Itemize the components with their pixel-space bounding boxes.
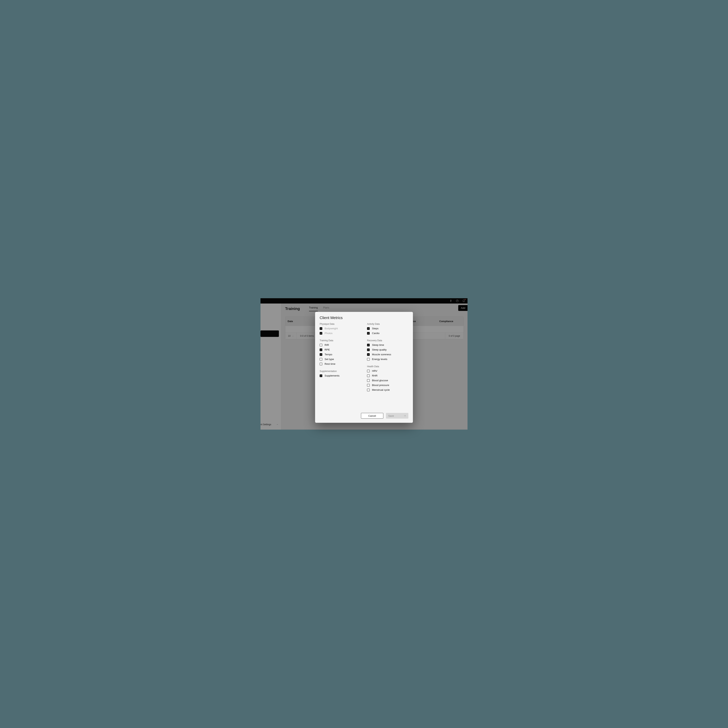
option-label: Menstrual cycle <box>372 388 390 391</box>
option-label: Rest time <box>324 362 335 366</box>
option-label: Photos <box>324 332 332 335</box>
option-sleep-time[interactable]: Sleep time <box>367 344 408 346</box>
checkbox[interactable] <box>320 375 322 377</box>
checkbox <box>320 332 322 335</box>
option-label: Tempo <box>324 353 332 356</box>
group-training-data: Training DataRIRRPETempoSet typeRest tim… <box>320 339 361 366</box>
option-steps[interactable]: Steps <box>367 327 408 330</box>
checkbox[interactable] <box>367 379 370 382</box>
group-heading: Recovery Data <box>367 339 408 342</box>
group-heading: Training Data <box>320 339 361 342</box>
checkbox[interactable] <box>320 358 322 361</box>
checkbox[interactable] <box>320 344 322 346</box>
option-label: Sleep time <box>372 344 384 346</box>
modal-col-left: Physique DataBodyweightPhotosTraining Da… <box>320 323 361 396</box>
option-hrv[interactable]: HRV <box>367 370 408 372</box>
option-label: Muscle soreness <box>372 353 391 356</box>
option-label: RPE <box>324 349 330 351</box>
option-supplements[interactable]: Supplements <box>320 375 361 377</box>
option-label: Blood glucose <box>372 379 388 382</box>
option-rir[interactable]: RIR <box>320 344 361 346</box>
option-label: HRV <box>372 370 377 372</box>
checkbox[interactable] <box>367 375 370 377</box>
option-sleep-quality[interactable]: Sleep quality <box>367 349 408 351</box>
checkbox[interactable] <box>367 388 370 391</box>
option-bodyweight: Bodyweight <box>320 327 361 330</box>
group-heading: Health Data <box>367 365 408 368</box>
group-heading: Supplementation <box>320 370 361 373</box>
modal-columns: Physique DataBodyweightPhotosTraining Da… <box>320 323 408 396</box>
group-activity-data: Activity DataStepsCardio <box>367 323 408 335</box>
option-menstrual-cycle[interactable]: Menstrual cycle <box>367 388 408 391</box>
option-blood-glucose[interactable]: Blood glucose <box>367 379 408 382</box>
option-rest-time[interactable]: Rest time <box>320 362 361 366</box>
group-health-data: Health DataHRVRHRBlood glucoseBlood pres… <box>367 365 408 391</box>
app-window: ge Durkin ts nt Settings Training Traini… <box>260 298 468 430</box>
group-supplementation: SupplementationSupplements <box>320 370 361 377</box>
option-blood-pressure[interactable]: Blood pressure <box>367 384 408 387</box>
checkbox[interactable] <box>320 362 322 366</box>
option-label: Blood pressure <box>372 384 389 387</box>
cancel-button[interactable]: Cancel <box>361 413 383 419</box>
checkbox[interactable] <box>367 332 370 335</box>
checkbox[interactable] <box>320 353 322 356</box>
checkbox[interactable] <box>367 370 370 372</box>
checkbox[interactable] <box>320 349 322 351</box>
checkbox[interactable] <box>367 358 370 361</box>
option-label: Steps <box>372 327 379 330</box>
checkbox[interactable] <box>367 353 370 356</box>
option-cardio[interactable]: Cardio <box>367 332 408 335</box>
option-label: Energy levels <box>372 358 387 361</box>
checkbox <box>320 327 322 330</box>
save-button[interactable]: Save <box>386 413 408 419</box>
arrow-right-icon <box>404 414 406 417</box>
option-label: Set type <box>324 358 334 361</box>
option-label: Cardio <box>372 332 379 335</box>
option-label: Bodyweight <box>324 327 338 330</box>
modal-title: Client Metrics <box>320 316 408 320</box>
client-metrics-modal: Client Metrics Physique DataBodyweightPh… <box>315 312 413 423</box>
option-set-type[interactable]: Set type <box>320 358 361 361</box>
modal-actions: Cancel Save <box>320 413 408 419</box>
option-rhr[interactable]: RHR <box>367 375 408 377</box>
modal-col-right: Activity DataStepsCardioRecovery DataSle… <box>367 323 408 396</box>
option-photos: Photos <box>320 332 361 335</box>
option-tempo[interactable]: Tempo <box>320 353 361 356</box>
stage: ge Durkin ts nt Settings Training Traini… <box>260 260 468 468</box>
group-heading: Physique Data <box>320 323 361 325</box>
checkbox[interactable] <box>367 344 370 346</box>
group-physique-data: Physique DataBodyweightPhotos <box>320 323 361 335</box>
group-heading: Activity Data <box>367 323 408 325</box>
option-label: RHR <box>372 375 378 377</box>
checkbox[interactable] <box>367 384 370 387</box>
checkbox[interactable] <box>367 327 370 330</box>
option-muscle-soreness[interactable]: Muscle soreness <box>367 353 408 356</box>
option-label: Sleep quality <box>372 349 387 351</box>
option-energy-levels[interactable]: Energy levels <box>367 358 408 361</box>
option-label: RIR <box>324 344 329 346</box>
save-button-label: Save <box>388 414 394 417</box>
group-recovery-data: Recovery DataSleep timeSleep qualityMusc… <box>367 339 408 361</box>
checkbox[interactable] <box>367 349 370 351</box>
option-rpe[interactable]: RPE <box>320 349 361 351</box>
option-label: Supplements <box>324 375 340 377</box>
